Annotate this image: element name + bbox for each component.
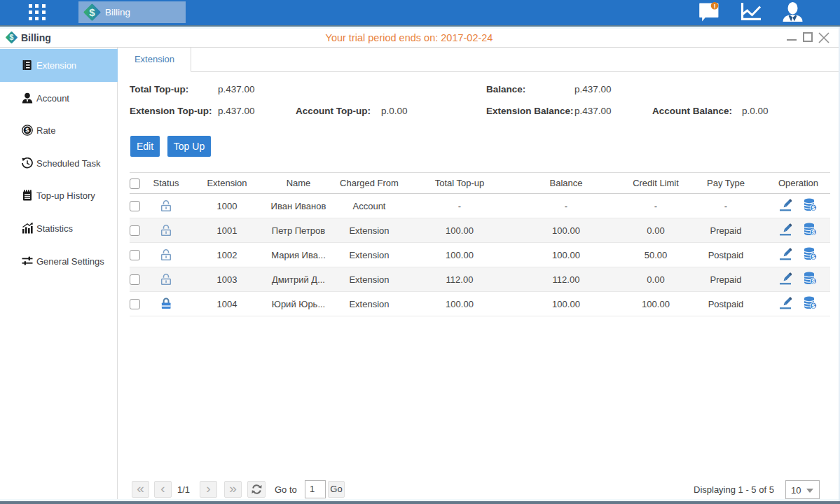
svg-text:$: $ xyxy=(25,127,29,134)
svg-text:$: $ xyxy=(89,6,95,18)
svg-text:!: ! xyxy=(713,2,715,10)
